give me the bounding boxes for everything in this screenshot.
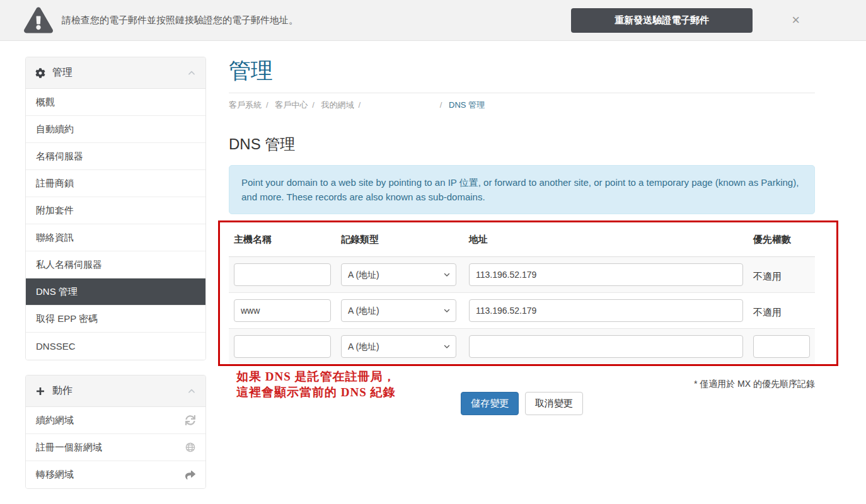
actions-panel-title: 動作 bbox=[52, 384, 72, 398]
sidebar-item-overview[interactable]: 概觀 bbox=[26, 89, 205, 116]
actions-panel-header[interactable]: 動作 bbox=[26, 375, 205, 407]
globe-icon bbox=[185, 442, 195, 452]
manage-panel-title: 管理 bbox=[52, 66, 72, 79]
hostname-input-row1[interactable] bbox=[234, 263, 331, 286]
chevron-up-icon bbox=[187, 69, 196, 77]
page-title: 管理 bbox=[229, 57, 815, 93]
gear-icon bbox=[35, 68, 45, 78]
column-header-priority: 優先權數 bbox=[748, 220, 815, 257]
main-content: 管理 客戶系統/ 客戶中心/ 我的網域/ / DNS 管理 DNS 管理 Poi… bbox=[229, 57, 815, 503]
sidebar-item-registrar-lock[interactable]: 註冊商鎖 bbox=[26, 170, 205, 197]
sidebar-item-dns-management[interactable]: DNS 管理 bbox=[26, 278, 205, 306]
resend-verification-email-button[interactable]: 重新發送驗證電子郵件 bbox=[571, 8, 753, 33]
breadcrumb-my-domains[interactable]: 我的網域 bbox=[321, 100, 354, 110]
plus-icon bbox=[35, 386, 45, 396]
section-title: DNS 管理 bbox=[229, 134, 815, 154]
close-icon[interactable]: × bbox=[792, 13, 800, 27]
sidebar-item-private-nameservers[interactable]: 私人名稱伺服器 bbox=[26, 251, 205, 278]
sidebar-item-renew-domain[interactable]: 續約網域 bbox=[26, 407, 205, 434]
sidebar-item-nameservers[interactable]: 名稱伺服器 bbox=[26, 143, 205, 170]
actions-panel: 動作 續約網域 註冊一個新網域 bbox=[25, 375, 206, 489]
column-header-hostname: 主機名稱 bbox=[229, 220, 336, 257]
address-input-row3[interactable] bbox=[469, 335, 743, 358]
share-arrow-icon bbox=[185, 470, 195, 480]
priority-not-applicable: 不適用 bbox=[753, 271, 782, 283]
breadcrumb-dns-management: DNS 管理 bbox=[449, 100, 485, 110]
address-input-row2[interactable] bbox=[469, 299, 743, 322]
record-type-select-row1[interactable]: A (地址) bbox=[341, 263, 456, 286]
sidebar-item-auto-renew[interactable]: 自動續約 bbox=[26, 116, 205, 143]
chevron-up-icon bbox=[187, 387, 196, 396]
warning-triangle-icon bbox=[24, 7, 53, 33]
hostname-input-row2[interactable] bbox=[234, 299, 331, 322]
save-changes-button[interactable]: 儲存變更 bbox=[461, 392, 519, 415]
breadcrumb-client-area[interactable]: 客戶中心 bbox=[275, 100, 308, 110]
manage-panel: 管理 概觀 自動續約 名稱伺服器 註冊商鎖 附加套件 聯絡資訊 私人名稱伺服器 … bbox=[25, 57, 206, 360]
record-type-select-row3[interactable]: A (地址) bbox=[341, 335, 456, 358]
priority-not-applicable: 不適用 bbox=[753, 307, 782, 319]
column-header-address: 地址 bbox=[464, 220, 748, 257]
breadcrumb: 客戶系統/ 客戶中心/ 我的網域/ / DNS 管理 bbox=[229, 100, 815, 111]
breadcrumb-portal-home[interactable]: 客戶系統 bbox=[229, 100, 262, 110]
address-input-row1[interactable] bbox=[469, 263, 743, 286]
mx-priority-footnote: * 僅適用於 MX 的優先順序記錄 bbox=[694, 379, 815, 390]
dns-info-box: Point your domain to a web site by point… bbox=[229, 165, 815, 215]
priority-input-row3[interactable] bbox=[753, 335, 810, 358]
sidebar-item-contact-info[interactable]: 聯絡資訊 bbox=[26, 224, 205, 251]
sidebar-item-epp-code[interactable]: 取得 EPP 密碼 bbox=[26, 306, 205, 333]
dns-records-table: 主機名稱 記錄類型 地址 優先權數 A (地址) 不適用 bbox=[229, 220, 815, 364]
sidebar-item-addons[interactable]: 附加套件 bbox=[26, 197, 205, 224]
email-verification-alert: 請檢查您的電子郵件並按照鏈接驗證您的電子郵件地址。 重新發送驗證電子郵件 × bbox=[0, 0, 866, 41]
record-type-select-row2[interactable]: A (地址) bbox=[341, 299, 456, 322]
sidebar-item-dnssec[interactable]: DNSSEC bbox=[26, 333, 205, 360]
hostname-input-row3[interactable] bbox=[234, 335, 331, 358]
column-header-record-type: 記錄類型 bbox=[336, 220, 464, 257]
sync-icon bbox=[185, 415, 195, 425]
sidebar-item-register-new-domain[interactable]: 註冊一個新網域 bbox=[26, 434, 205, 461]
manage-panel-header[interactable]: 管理 bbox=[26, 57, 205, 89]
alert-message: 請檢查您的電子郵件並按照鏈接驗證您的電子郵件地址。 bbox=[62, 14, 298, 26]
sidebar-item-transfer-domain[interactable]: 轉移網域 bbox=[26, 461, 205, 488]
cancel-changes-button[interactable]: 取消變更 bbox=[525, 392, 583, 415]
sidebar: 管理 概觀 自動續約 名稱伺服器 註冊商鎖 附加套件 聯絡資訊 私人名稱伺服器 … bbox=[25, 57, 206, 503]
